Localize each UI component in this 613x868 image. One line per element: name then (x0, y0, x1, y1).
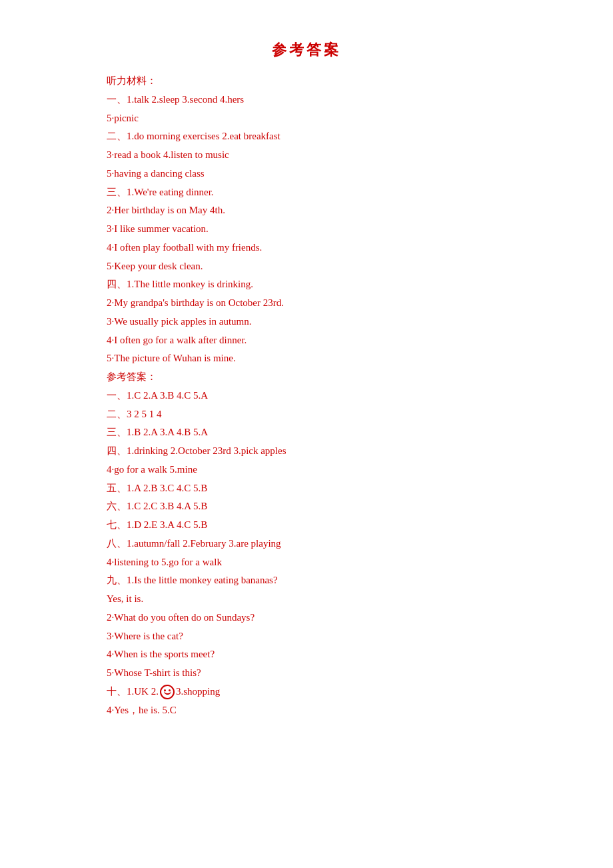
san-3: 3·I like summer vacation. (107, 220, 506, 239)
si-2: 2·My grandpa's birthday is on October 23… (107, 294, 506, 313)
ref-ba: 八、1.autumn/fall 2.February 3.are playing (107, 535, 506, 553)
yi-5: 5·picnic (107, 109, 506, 128)
si-header: 四、1.The little monkey is drinking. (107, 275, 506, 294)
ref-shi-header-text: 十、1.UK 2. (107, 686, 159, 697)
si-4: 4·I often go for a walk after dinner. (107, 331, 506, 350)
ref-er: 二、3 2 5 1 4 (107, 405, 506, 424)
ref-header: 参考答案： (107, 368, 506, 387)
listening-header: 听力材料： (107, 72, 506, 91)
ref-jiu-1b: Yes, it is. (107, 590, 506, 609)
ref-shi-line: 十、1.UK 2.3.shopping (107, 683, 506, 701)
san-5: 5·Keep your desk clean. (107, 257, 506, 276)
ref-shi-4: 4·Yes，he is. 5.C (107, 701, 506, 720)
ref-shi-3-text: 3.shopping (176, 686, 220, 697)
er-5: 5·having a dancing class (107, 165, 506, 183)
ref-ba-4: 4·listening to 5.go for a walk (107, 553, 506, 572)
san-4: 4·I often play football with my friends. (107, 239, 506, 257)
content-area: 听力材料： 一、1.talk 2.sleep 3.second 4.hers 5… (107, 72, 506, 719)
page-title: 参考答案 (107, 40, 506, 60)
ref-jiu-header: 九、1.Is the little monkey eating bananas? (107, 571, 506, 590)
ref-si-4: 4·go for a walk 5.mine (107, 461, 506, 479)
ref-jiu-2: 2·What do you often do on Sundays? (107, 609, 506, 627)
si-3: 3·We usually pick apples in autumn. (107, 313, 506, 331)
ref-si: 四、1.drinking 2.October 23rd 3.pick apple… (107, 442, 506, 461)
yi-header: 一、1.talk 2.sleep 3.second 4.hers (107, 91, 506, 109)
smiley-face-icon (160, 685, 175, 699)
ref-liu: 六、1.C 2.C 3.B 4.A 5.B (107, 497, 506, 516)
ref-qi: 七、1.D 2.E 3.A 4.C 5.B (107, 516, 506, 535)
ref-san: 三、1.B 2.A 3.A 4.B 5.A (107, 423, 506, 442)
san-header: 三、1.We're eating dinner. (107, 183, 506, 202)
ref-jiu-5: 5·Whose T-shirt is this? (107, 664, 506, 683)
ref-jiu-3: 3·Where is the cat? (107, 627, 506, 646)
ref-wu: 五、1.A 2.B 3.C 4.C 5.B (107, 479, 506, 498)
er-3: 3·read a book 4.listen to music (107, 146, 506, 165)
san-2: 2·Her birthday is on May 4th. (107, 201, 506, 220)
er-header: 二、1.do morning exercises 2.eat breakfast (107, 127, 506, 146)
ref-yi: 一、1.C 2.A 3.B 4.C 5.A (107, 387, 506, 405)
ref-jiu-4: 4·When is the sports meet? (107, 645, 506, 664)
si-5: 5·The picture of Wuhan is mine. (107, 349, 506, 368)
